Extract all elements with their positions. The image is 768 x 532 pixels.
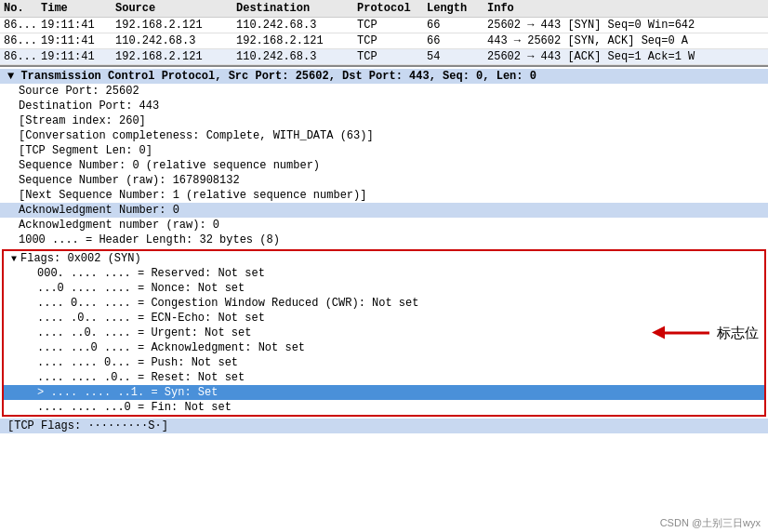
flags-expand-icon: ▼	[11, 254, 17, 264]
packet-table-header: No. Time Source Destination Protocol Len…	[0, 0, 768, 18]
detail-line: Sequence Number: 0 (relative sequence nu…	[0, 158, 768, 173]
col-length: Length	[427, 2, 487, 15]
detail-line: [Next Sequence Number: 1 (relative seque…	[0, 188, 768, 203]
cell-time: 19:11:41	[41, 34, 115, 47]
flags-header[interactable]: ▼ Flags: 0x002 (SYN)	[4, 251, 764, 266]
cell-len: 66	[427, 19, 487, 32]
cell-dest: 192.168.2.121	[236, 34, 357, 47]
syn-expand-icon: >	[37, 386, 50, 399]
cell-time: 19:11:41	[41, 50, 115, 63]
flags-row: .... 0... .... = Congestion Window Reduc…	[4, 296, 764, 311]
flags-row: .... .... .0.. = Reset: Not set	[4, 370, 764, 385]
col-destination: Destination	[236, 2, 357, 15]
annotation-text: 标志位	[717, 325, 759, 342]
detail-line: Acknowledgment number (raw): 0	[0, 218, 768, 233]
cell-source: 110.242.68.3	[115, 34, 236, 47]
table-row[interactable]: 86... 19:11:41 110.242.68.3 192.168.2.12…	[0, 33, 768, 49]
cell-no: 86...	[4, 34, 41, 47]
annotation-container: 标志位	[663, 325, 759, 342]
expand-icon: ▼	[7, 70, 20, 83]
detail-line: [Conversation completeness: Complete, WI…	[0, 128, 768, 143]
cell-info: 25602 → 443 [ACK] Seq=1 Ack=1 W	[487, 50, 764, 63]
cell-info: 25602 → 443 [SYN] Seq=0 Win=642	[487, 19, 764, 32]
syn-text: .... .... ..1. = Syn: Set	[50, 386, 218, 399]
cell-time: 19:11:41	[41, 19, 115, 32]
flags-row: .... .... 0... = Push: Not set	[4, 355, 764, 370]
cell-len: 54	[427, 50, 487, 63]
flags-row: .... .... ...0 = Fin: Not set	[4, 400, 764, 415]
cell-dest: 110.242.68.3	[236, 19, 357, 32]
flags-row: ...0 .... .... = Nonce: Not set	[4, 281, 764, 296]
col-source: Source	[115, 2, 236, 15]
flags-row: .... ...0 .... = Acknowledgment: Not set	[4, 340, 764, 355]
flags-row: .... ..0. .... = Urgent: Not set	[4, 326, 764, 340]
detail-line: [Stream index: 260]	[0, 113, 768, 128]
detail-line: Destination Port: 443	[0, 99, 768, 113]
cell-source: 192.168.2.121	[115, 19, 236, 32]
cell-proto: TCP	[357, 34, 427, 47]
tcp-header-text: Transmission Control Protocol, Src Port:…	[20, 70, 536, 83]
cell-source: 192.168.2.121	[115, 50, 236, 63]
detail-section: ▼ Transmission Control Protocol, Src Por…	[0, 65, 768, 435]
col-info: Info	[487, 2, 764, 15]
detail-line-ack: Acknowledgment Number: 0	[0, 203, 768, 218]
cell-len: 66	[427, 34, 487, 47]
col-protocol: Protocol	[357, 2, 427, 15]
tcp-header-line[interactable]: ▼ Transmission Control Protocol, Src Por…	[0, 69, 768, 84]
col-time: Time	[41, 2, 115, 15]
cell-dest: 110.242.68.3	[236, 50, 357, 63]
cell-proto: TCP	[357, 50, 427, 63]
arrow-icon	[663, 332, 709, 335]
cell-no: 86...	[4, 19, 41, 32]
cell-info: 443 → 25602 [SYN, ACK] Seq=0 A	[487, 34, 764, 47]
flags-header-text: Flags: 0x002 (SYN)	[20, 252, 141, 265]
table-row[interactable]: 86... 19:11:41 192.168.2.121 110.242.68.…	[0, 49, 768, 65]
detail-line: 1000 .... = Header Length: 32 bytes (8)	[0, 233, 768, 247]
detail-line: Sequence Number (raw): 1678908132	[0, 173, 768, 188]
flags-row: 000. .... .... = Reserved: Not set	[4, 266, 764, 281]
flags-row: .... .0.. .... = ECN-Echo: Not set	[4, 311, 764, 326]
footer-attribution: CSDN @土别三日wyx	[653, 514, 768, 532]
col-no: No.	[4, 2, 41, 15]
table-row[interactable]: 86... 19:11:41 192.168.2.121 110.242.68.…	[0, 18, 768, 33]
cell-no: 86...	[4, 50, 41, 63]
detail-line: Source Port: 25602	[0, 84, 768, 99]
bottom-tcp-flags: [TCP Flags: ·········S·]	[0, 419, 768, 433]
cell-proto: TCP	[357, 19, 427, 32]
detail-line: [TCP Segment Len: 0]	[0, 143, 768, 158]
flags-row-syn[interactable]: > .... .... ..1. = Syn: Set	[4, 385, 764, 400]
